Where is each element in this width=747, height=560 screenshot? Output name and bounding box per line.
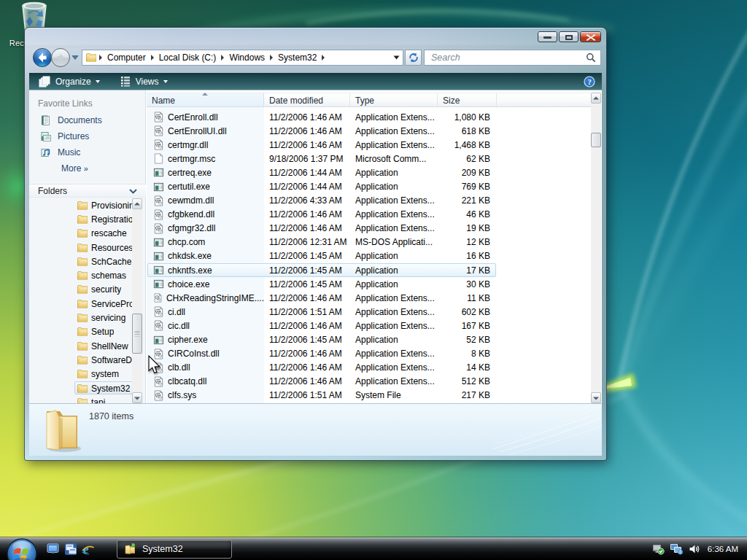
column-header[interactable]: Name [147, 93, 264, 106]
refresh-button[interactable] [405, 50, 422, 66]
file-row[interactable]: clb.dll 11/2/2006 1:46 AM Application Ex… [147, 361, 602, 375]
tree-item[interactable]: tapi [29, 395, 132, 403]
file-row[interactable]: cewmdm.dll 11/2/2006 4:33 AM Application… [147, 194, 602, 208]
file-row[interactable]: clfs.sys 11/2/2006 1:51 AM System File 2… [147, 389, 602, 402]
internet-explorer-quicklaunch-icon[interactable]: e [81, 542, 95, 556]
close-button[interactable] [580, 31, 601, 42]
list-scroll-up-icon[interactable] [591, 93, 601, 104]
list-scrollbar-thumb[interactable] [591, 133, 601, 147]
file-row[interactable]: chkntfs.exe 11/2/2006 1:45 AM Applicatio… [147, 263, 602, 277]
breadcrumb-item[interactable]: Windows [226, 52, 268, 63]
file-name: certmgr.msc [168, 154, 215, 164]
tree-item[interactable]: ShellNew [29, 339, 132, 353]
file-row[interactable]: clbcatq.dll 11/2/2006 1:46 AM Applicatio… [147, 375, 602, 389]
network-tray-icon[interactable] [670, 543, 684, 555]
back-button[interactable] [33, 48, 52, 67]
favorite-link[interactable]: Pictures [40, 130, 89, 143]
file-row[interactable]: CHxReadingStringIME.... 11/2/2006 1:46 A… [147, 291, 602, 305]
file-row[interactable]: certmgr.dll 11/2/2006 1:46 AM Applicatio… [147, 138, 602, 152]
file-size: 17 KB [438, 265, 497, 276]
file-type-icon [153, 223, 164, 234]
tree-scroll-up-icon[interactable] [132, 198, 142, 209]
search-box[interactable]: Search [424, 50, 601, 66]
recent-pages-chevron-icon[interactable] [71, 55, 79, 61]
tree-scrollbar-thumb[interactable] [132, 314, 142, 354]
file-row[interactable]: certmgr.msc 9/18/2006 1:37 PM Microsoft … [147, 152, 602, 166]
tree-item[interactable]: security [29, 283, 132, 297]
address-bar[interactable]: ComputerLocal Disk (C:)WindowsSystem32 [82, 50, 403, 66]
minimize-button[interactable] [538, 31, 557, 42]
file-type: Application Extens... [350, 209, 438, 219]
file-type: Application Extens... [350, 362, 438, 373]
tree-item[interactable]: System32 [29, 381, 132, 395]
file-type-icon [153, 376, 164, 387]
help-button[interactable]: ? [584, 76, 595, 90]
file-date-modified: 11/2/2006 1:44 AM [264, 182, 350, 192]
views-button[interactable]: Views [115, 74, 173, 90]
tree-item[interactable]: Resources [29, 241, 132, 254]
forward-button[interactable] [51, 48, 70, 67]
file-size: 167 KB [438, 321, 497, 331]
favorite-link[interactable]: Documents [40, 114, 102, 127]
maximize-button[interactable] [559, 31, 578, 42]
tree-item[interactable]: servicing [29, 311, 132, 324]
file-row[interactable]: certutil.exe 11/2/2006 1:44 AM Applicati… [147, 179, 602, 193]
taskbar-window-button[interactable]: System32 [117, 540, 232, 559]
file-row[interactable]: CertEnrollUI.dll 11/2/2006 1:46 AM Appli… [147, 124, 602, 138]
tree-item-label: servicing [91, 313, 125, 323]
file-name: cic.dll [168, 321, 190, 331]
tree-item-label: SchCache [91, 257, 131, 267]
favorite-link[interactable]: Music [40, 146, 80, 159]
show-desktop-quicklaunch-icon[interactable] [47, 542, 59, 555]
breadcrumbs: ComputerLocal Disk (C:)WindowsSystem32 [97, 50, 390, 65]
address-dropdown-button[interactable] [390, 50, 403, 65]
tree-item[interactable]: SchCache [29, 254, 132, 268]
file-row[interactable]: ci.dll 11/2/2006 1:51 AM Application Ext… [147, 305, 602, 319]
file-row[interactable]: cic.dll 11/2/2006 1:46 AM Application Ex… [147, 319, 602, 332]
search-icon[interactable] [586, 52, 596, 63]
more-link[interactable]: More » [61, 163, 88, 174]
organize-button[interactable]: Organize [34, 74, 105, 90]
file-row[interactable]: CertEnroll.dll 11/2/2006 1:46 AM Applica… [147, 110, 602, 124]
column-header[interactable]: Size [438, 93, 497, 106]
column-header[interactable]: Type [350, 93, 438, 106]
folders-bar[interactable]: Folders [29, 184, 146, 198]
file-row[interactable]: cipher.exe 11/2/2006 1:45 AM Application… [147, 333, 602, 347]
tree-item[interactable]: Registration [29, 212, 132, 226]
file-date-modified: 11/2/2006 1:51 AM [264, 390, 350, 400]
breadcrumb-item[interactable]: Local Disk (C:) [156, 52, 220, 63]
tree-item[interactable]: system [29, 368, 132, 381]
tree-item[interactable]: ServiceProfiles [29, 297, 132, 311]
file-row[interactable]: choice.exe 11/2/2006 1:45 AM Application… [147, 277, 602, 291]
taskbar-window-button-label: System32 [142, 544, 183, 554]
file-name: certmgr.dll [168, 140, 208, 150]
tree-item[interactable]: Setup [29, 325, 132, 339]
tree-item[interactable]: SoftwareDistribution [29, 353, 132, 367]
file-row[interactable]: chkdsk.exe 11/2/2006 1:45 AM Application… [147, 249, 602, 263]
file-row[interactable]: chcp.com 11/2/2006 12:31 AM MS-DOS Appli… [147, 236, 602, 249]
file-row[interactable]: certreq.exe 11/2/2006 1:44 AM Applicatio… [147, 166, 602, 179]
file-size: 14 KB [438, 362, 497, 373]
tree-scrollbar[interactable] [132, 198, 142, 403]
column-header[interactable]: Date modified [264, 93, 350, 106]
close-icon [586, 34, 596, 42]
file-size: 30 KB [438, 279, 497, 289]
breadcrumb-item[interactable]: Computer [104, 52, 149, 63]
volume-tray-icon[interactable] [689, 543, 700, 555]
start-button[interactable] [7, 538, 37, 560]
security-update-tray-icon[interactable] [652, 543, 665, 555]
breadcrumb-item[interactable]: System32 [275, 52, 320, 63]
tree-scroll-down-icon[interactable] [132, 392, 142, 403]
file-date-modified: 11/2/2006 1:46 AM [264, 112, 350, 122]
switch-windows-quicklaunch-icon[interactable] [64, 542, 77, 556]
tree-item[interactable]: rescache [29, 227, 132, 241]
views-label: Views [136, 77, 159, 87]
taskbar-clock[interactable]: 6:36 AM [708, 545, 738, 553]
file-row[interactable]: cfgbkend.dll 11/2/2006 1:46 AM Applicati… [147, 208, 602, 222]
file-row[interactable]: CIRCoInst.dll 11/2/2006 1:46 AM Applicat… [147, 347, 602, 361]
list-scrollbar[interactable] [591, 93, 601, 403]
tree-item[interactable]: Provisioning [29, 198, 132, 212]
list-scroll-down-icon[interactable] [591, 392, 601, 403]
file-row[interactable]: cfgmgr32.dll 11/2/2006 1:46 AM Applicati… [147, 222, 602, 236]
tree-item[interactable]: schemas [29, 268, 132, 282]
